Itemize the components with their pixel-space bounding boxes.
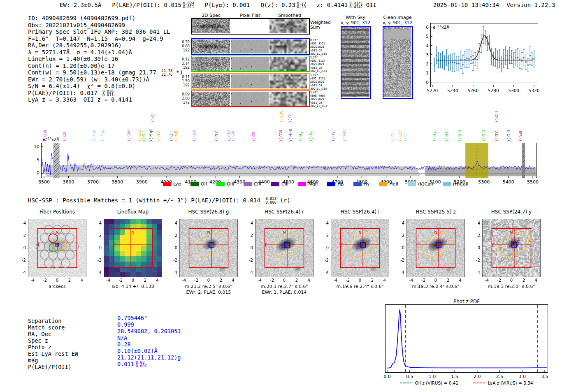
emission-line-label: }( SiIV [279,110,283,123]
legend-item: OII [190,181,207,187]
cutout-title: HSC SSP(26.8) g [169,209,248,215]
cutout-x-tick: 4 [305,278,313,283]
version-label: Version 1.22.3 [506,2,555,8]
cutout-caption: m:19.6 re:2.4" s:0.6" [321,284,399,289]
cutout-x-tick: 2 [65,278,74,283]
cutout-y-tick: 4 [321,221,329,225]
cutout-x-tick: 2 [368,278,376,283]
cutout-y-tick: 4 [397,221,404,225]
info-line: EWr = 2.70(±0.59) (w: 3.40(±0.73))Å [28,76,149,83]
spectrum-y-tick: 5 [31,157,39,162]
spec2d-row-fiber-label: v015_01 [310,49,322,52]
photz-legend-item: LyA z (VIRUS) = 3.34 [473,380,533,385]
spec2d-row-fiber-label: (898, 498) [310,94,325,97]
legend-label: Lyα [173,181,181,187]
cutout-overlay-svg: NE [28,219,86,277]
cutout-y-tick: 4 [94,221,102,225]
legend-item: (H)CaII [443,181,469,187]
spectrum-x-tick: 3700 [84,179,102,185]
legend-label: CIII [281,181,288,187]
legend-label: CIV [254,181,261,187]
info-line: S/N = 6.4(±1.4) χ² = 0.8(±0.0) [28,83,135,89]
compass-east: E [38,243,40,247]
spec2d-row-fiber-label: 20221021 [310,63,325,66]
photz-title: Phot z PDF [385,299,548,304]
emission-line-label: }( MgII [149,128,153,142]
emission-line-label: }( SiIV [342,129,347,142]
match-table-value: 0.10(±0.02)Å [117,348,158,354]
compass-north: N [207,230,210,234]
emission-line-label: }( NV [494,131,499,142]
cutout-y-tick: -4 [321,270,329,275]
weighted-sum-label: Weighted [310,20,331,25]
legend-item: MgII [298,181,318,187]
cutout-y-tick: 0 [397,246,404,250]
cutout-x-tick: 2 [293,278,301,283]
plya-value: P(Lyα): 0.001 [205,2,250,8]
legend-swatch [353,182,362,186]
emission-line-label: }( OII [390,131,395,142]
z-value: z: 0.41410.41410.4141OII [316,2,376,8]
cutout-y-tick: -4 [170,270,177,275]
emission-line-label: }( MgII [100,128,105,142]
cutout-y-tick: 0 [94,246,102,250]
cutout-title: HSC SSP(24.7) y [472,209,551,215]
cutout-x-tick: -2 [116,278,125,283]
match-table-value: 21.12(21.11,21.12)g [117,354,181,361]
spec2d-row-weight-label: 192 [180,83,190,87]
spectrum-plot [41,143,537,178]
photz-x-tick: 2.5 [494,374,506,379]
cutout-x-tick: -4 [180,278,188,283]
spec2d-row-fiber-label: v015_02 [310,66,322,70]
linefit-y-tick: 6 [422,25,429,30]
cutout-x-tick: 0 [280,278,288,283]
match-table-label: Photo z [28,344,51,350]
col-header-smoothed: Smoothed [273,13,306,18]
match-table-value: 0.999 [117,321,134,328]
compass-north: N [434,230,437,234]
match-table-value: 28.549082, 0.203053 [117,328,181,334]
cutout-y-tick: -2 [170,258,177,262]
spec2d-row-weight-label: 0.39 [180,40,190,44]
photz-legend-item: OII z (VIRUS) = 0.41 [400,380,458,385]
spec2d-row-fiber-label: 1.27" [310,74,318,77]
emission-line-label: }( OIII [481,130,486,142]
col-header-pixelflat: Pixel Flat [234,13,267,18]
legend-label: (H)CaII [453,181,469,187]
linefit-y-tick: 5 [422,34,429,39]
cutout-overlay: NE [28,219,86,277]
match-table-label: Separation [28,318,61,324]
match-table-value: 0.795446" [117,315,147,321]
emission-line-label: }( SiII [173,131,178,142]
spec2d-row-weight-label: 0.11 [180,75,190,79]
legend-swatch [408,182,416,186]
clean-image-coords: x, y: 901, 312 [379,20,416,25]
cutout-overlay-svg: NE [331,219,389,277]
cutout-y-tick: 4 [473,221,480,225]
photz-legend-label: OII z (VIRUS) = 0.41 [415,380,458,385]
cutout-y-tick: 2 [170,233,177,238]
linefit-x-tick: 5300 [506,88,522,93]
emission-line-label: }( SiII [518,131,523,142]
photz-plot-svg [385,304,548,373]
legend-swatch [163,182,171,186]
cutout-x-tick: -4 [255,278,264,283]
legend-label: HeII [389,181,398,187]
spec2d-row-fiber-label: (901, 312) [310,59,325,63]
spec2d-row-fiber-label: 20221021 [310,80,325,84]
photz-x-tick: 3.5 [539,374,551,379]
linefit-x-tick: 5280 [485,88,502,93]
legend-swatch [216,182,225,186]
cutout-overlay: NE [255,219,314,277]
photz-legend-dash [473,383,485,383]
cutout-y-tick: 0 [246,246,253,250]
legend-label: Hγ [364,181,370,187]
linefit-y-tick: 2 [422,61,429,66]
spec2d-row-fiber-label: 20221021 [310,45,325,49]
cutout-x-tick: 2 [141,278,149,283]
cutout-y-tick: -2 [246,258,253,262]
legend-swatch [327,182,335,186]
spec2d-row-weight-label: 192 [180,48,190,52]
emission-line-label: }( SiIV [127,129,131,142]
cutout-caption: m:21.2 re:2.5" s:0.6" [169,284,248,289]
